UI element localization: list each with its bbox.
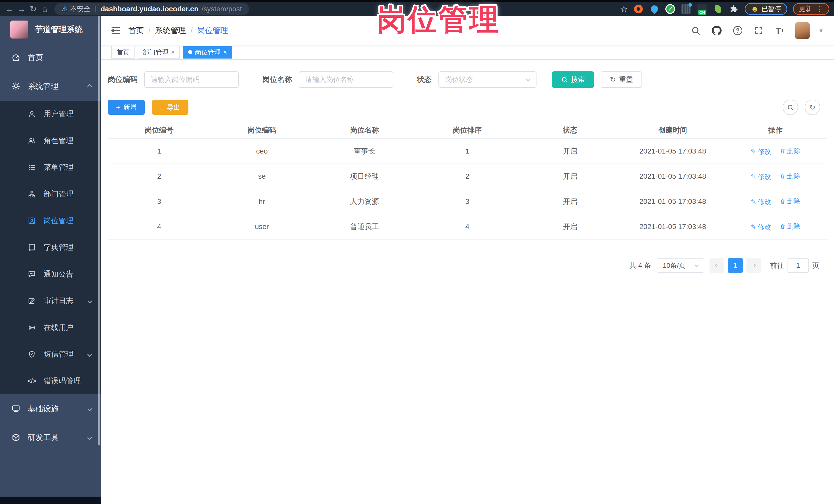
- message-icon: [27, 270, 37, 278]
- edit-link[interactable]: ✎修改: [751, 147, 771, 156]
- edit-icon: ✎: [751, 148, 756, 156]
- reset-button[interactable]: ↻ 重置: [601, 71, 642, 88]
- delete-link[interactable]: 删除: [780, 172, 800, 180]
- page-size-select[interactable]: 10条/页: [658, 258, 703, 273]
- gear-icon: [11, 82, 21, 91]
- filter-form: 岗位编码 岗位名称 状态 岗位状态 搜索: [108, 71, 827, 88]
- address-bar[interactable]: ⚠不安全 | dashboard.yudao.iocoder.cn /syste…: [54, 3, 249, 15]
- sidebar-item-dictionary[interactable]: 字典管理: [0, 234, 101, 261]
- edit-link[interactable]: ✎修改: [751, 172, 771, 181]
- browser-back-icon[interactable]: ←: [4, 3, 16, 15]
- app-logo-row[interactable]: 芋道管理系统: [0, 16, 101, 43]
- col-created: 创建时间: [621, 122, 724, 139]
- font-size-icon[interactable]: TT: [774, 25, 786, 36]
- chevron-down-icon: [87, 352, 92, 357]
- edit-link[interactable]: ✎修改: [751, 223, 771, 232]
- fullscreen-icon[interactable]: [753, 25, 764, 36]
- recorder-paused-pill[interactable]: ☻ 已暂停: [745, 3, 787, 15]
- refresh-table-button[interactable]: ↻: [805, 100, 820, 115]
- breadcrumb-system[interactable]: 系统管理: [155, 25, 186, 36]
- breadcrumb-separator: /: [191, 26, 193, 35]
- edit-link[interactable]: ✎修改: [751, 197, 771, 206]
- extension-green-check-icon[interactable]: ✓: [665, 4, 675, 14]
- sidebar-item-notices[interactable]: 通知公告: [0, 261, 101, 288]
- bookmark-star-icon[interactable]: ☆: [620, 4, 628, 14]
- avatar-caret-down-icon[interactable]: ▾: [819, 27, 823, 35]
- sidebar-item-home[interactable]: 首页: [0, 43, 101, 72]
- github-icon[interactable]: [711, 25, 722, 36]
- sidebar-item-users[interactable]: 用户管理: [0, 101, 101, 127]
- extension-leaf-icon[interactable]: [713, 4, 723, 14]
- warning-icon: ⚠: [62, 5, 68, 13]
- search-icon[interactable]: [690, 25, 701, 36]
- toggle-search-button[interactable]: [783, 100, 798, 115]
- close-icon[interactable]: ×: [223, 48, 227, 56]
- browser-reload-icon[interactable]: ↻: [27, 3, 39, 15]
- url-divider: |: [95, 5, 96, 13]
- post-name-input[interactable]: [299, 71, 393, 88]
- sidebar-item-dev-tools[interactable]: 研发工具: [0, 423, 101, 452]
- status-select[interactable]: 岗位状态: [438, 71, 536, 88]
- update-button[interactable]: 更新 ⋮: [793, 3, 829, 15]
- paused-label: 已暂停: [761, 4, 782, 13]
- breadcrumb-home[interactable]: 首页: [128, 25, 144, 36]
- sidebar-item-posts[interactable]: 岗位管理: [0, 207, 101, 234]
- browser-home-icon[interactable]: ⌂: [39, 3, 51, 15]
- table-row: 3 hr 人力资源 3 开启 2021-01-05 17:03:48 ✎修改 删…: [108, 189, 827, 214]
- trash-icon: [780, 173, 786, 179]
- add-button[interactable]: + 新增: [108, 100, 145, 115]
- chevron-down-icon: [695, 263, 699, 267]
- sidebar-scrollbar[interactable]: [98, 16, 100, 445]
- sidebar-item-system[interactable]: 系统管理: [0, 72, 101, 101]
- tab-home[interactable]: 首页: [111, 46, 134, 59]
- status-text: 开启: [519, 214, 621, 239]
- browser-menu-kebab-icon[interactable]: ⋮: [816, 4, 824, 13]
- download-icon: ↓: [160, 104, 164, 111]
- sidebar-item-online-users[interactable]: 在线用户: [0, 314, 101, 341]
- breadcrumb-current[interactable]: 岗位管理: [197, 25, 228, 36]
- extension-columns-icon[interactable]: [681, 4, 691, 14]
- toolbar-right: ↻: [783, 100, 827, 115]
- tab-posts-active[interactable]: 岗位管理×: [183, 46, 232, 59]
- next-page-button[interactable]: [746, 258, 761, 273]
- sidebar-item-error-codes[interactable]: </> 错误码管理: [0, 368, 101, 394]
- sidebar-item-departments[interactable]: 部门管理: [0, 181, 101, 207]
- extension-cn-translate-icon[interactable]: CN: [697, 4, 707, 14]
- table-row: 4 user 普通员工 4 开启 2021-01-05 17:03:48 ✎修改…: [108, 214, 827, 239]
- browser-forward-icon[interactable]: →: [16, 3, 27, 15]
- sidebar-item-sms[interactable]: 短信管理: [0, 341, 101, 368]
- post-name-label: 岗位名称: [262, 74, 292, 85]
- security-warning[interactable]: ⚠不安全: [62, 4, 91, 14]
- extension-orange-ring-icon[interactable]: [633, 4, 643, 14]
- post-code-label: 岗位编码: [108, 74, 137, 85]
- edit-icon: ✎: [751, 223, 756, 231]
- close-icon[interactable]: ×: [171, 48, 175, 56]
- chevron-down-icon: [87, 435, 92, 440]
- page-unit-label: 页: [812, 261, 819, 270]
- page-number-active[interactable]: 1: [728, 258, 743, 273]
- app-title: 芋道管理系统: [35, 24, 83, 35]
- trash-icon: [780, 224, 786, 229]
- delete-link[interactable]: 删除: [780, 222, 800, 231]
- sidebar-item-audit-log[interactable]: 审计日志: [0, 288, 101, 314]
- search-button[interactable]: 搜索: [552, 71, 594, 88]
- goto-page-input[interactable]: [788, 258, 809, 273]
- sidebar-item-menus[interactable]: 菜单管理: [0, 154, 101, 181]
- help-icon[interactable]: ?: [732, 25, 743, 36]
- sidebar-item-infrastructure[interactable]: 基础设施: [0, 394, 101, 423]
- user-avatar[interactable]: [795, 22, 810, 39]
- export-button[interactable]: ↓ 导出: [152, 100, 189, 115]
- sidebar-item-roles[interactable]: 角色管理: [0, 127, 101, 154]
- delete-link[interactable]: 删除: [780, 146, 800, 155]
- delete-link[interactable]: 删除: [780, 197, 800, 206]
- sidebar-fold-icon[interactable]: [108, 23, 123, 38]
- post-code-input[interactable]: [144, 71, 239, 88]
- extension-pin-icon[interactable]: [649, 4, 659, 14]
- edit-icon: ✎: [751, 198, 756, 206]
- tab-departments[interactable]: 部门管理×: [137, 46, 180, 59]
- navbar-actions: ? TT ▾: [690, 22, 823, 39]
- col-actions: 操作: [724, 122, 827, 139]
- extensions-puzzle-icon[interactable]: [729, 4, 739, 14]
- prev-page-button[interactable]: [709, 258, 724, 273]
- col-post-id: 岗位编号: [108, 122, 211, 139]
